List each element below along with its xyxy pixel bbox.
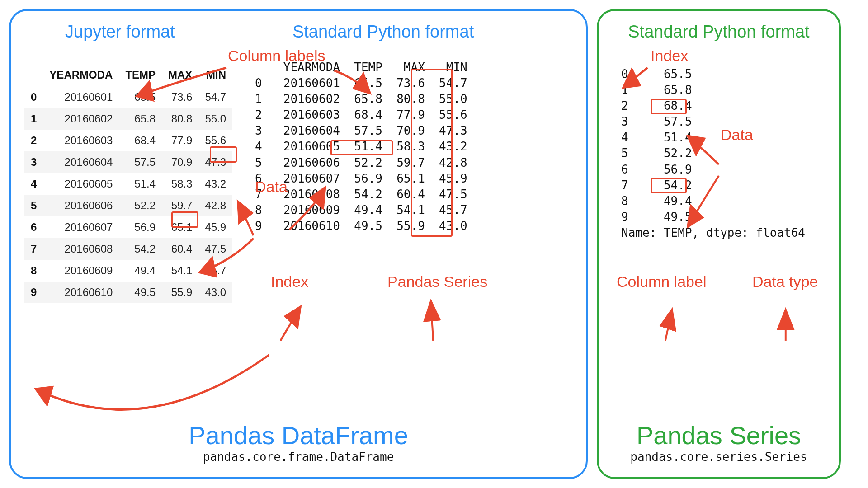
ann-column-labels: Column labels bbox=[228, 47, 325, 65]
ann-series-column-label: Column label bbox=[617, 273, 706, 291]
ann-series-data: Data bbox=[721, 126, 753, 144]
ann-data: Data bbox=[255, 178, 288, 196]
jupyter-table-wrap: YEARMODA TEMP MAX MIN 02016060165.573.65… bbox=[24, 64, 232, 303]
table-row: 42016060551.458.343.2 bbox=[24, 173, 232, 195]
ann-series-data-type: Data type bbox=[752, 273, 818, 291]
series-big-title: Pandas Series bbox=[599, 421, 839, 450]
table-row: 82016060949.454.145.7 bbox=[24, 260, 232, 282]
table-row: 52016060652.259.742.8 bbox=[24, 195, 232, 216]
dataframe-type-path: pandas.core.frame.DataFrame bbox=[11, 450, 586, 464]
table-row: 92016061049.555.943.0 bbox=[24, 282, 232, 303]
series-type-path: pandas.core.series.Series bbox=[599, 450, 839, 464]
stdpy-format-title-left: Standard Python format bbox=[292, 22, 474, 42]
stdpy-format-title-right: Standard Python format bbox=[612, 22, 826, 42]
table-row: 32016060457.570.947.3 bbox=[24, 151, 232, 173]
table-row: 12016060265.880.855.0 bbox=[24, 108, 232, 130]
col-header: MAX bbox=[162, 64, 198, 86]
ann-pandas-series: Pandas Series bbox=[387, 273, 487, 291]
jupyter-format-title: Jupyter format bbox=[65, 22, 175, 42]
col-header: MIN bbox=[198, 64, 232, 86]
table-row: 72016060854.260.447.5 bbox=[24, 238, 232, 260]
dataframe-panel: Jupyter format Standard Python format YE… bbox=[9, 9, 588, 479]
ann-series-index: Index bbox=[651, 47, 688, 65]
table-row: 22016060368.477.955.6 bbox=[24, 130, 232, 151]
jupyter-table: YEARMODA TEMP MAX MIN 02016060165.573.65… bbox=[24, 64, 232, 303]
dataframe-big-title: Pandas DataFrame bbox=[11, 421, 586, 450]
table-row: 62016060756.965.145.9 bbox=[24, 216, 232, 238]
series-panel: Standard Python format 0 65.5 1 65.8 2 6… bbox=[597, 9, 841, 479]
ann-index: Index bbox=[271, 273, 308, 291]
col-header: YEARMODA bbox=[43, 64, 119, 86]
col-header: TEMP bbox=[119, 64, 162, 86]
series-print: 0 65.5 1 65.8 2 68.4 3 57.5 4 51.4 5 52.… bbox=[621, 66, 826, 241]
table-row: 02016060165.573.654.7 bbox=[24, 86, 232, 108]
